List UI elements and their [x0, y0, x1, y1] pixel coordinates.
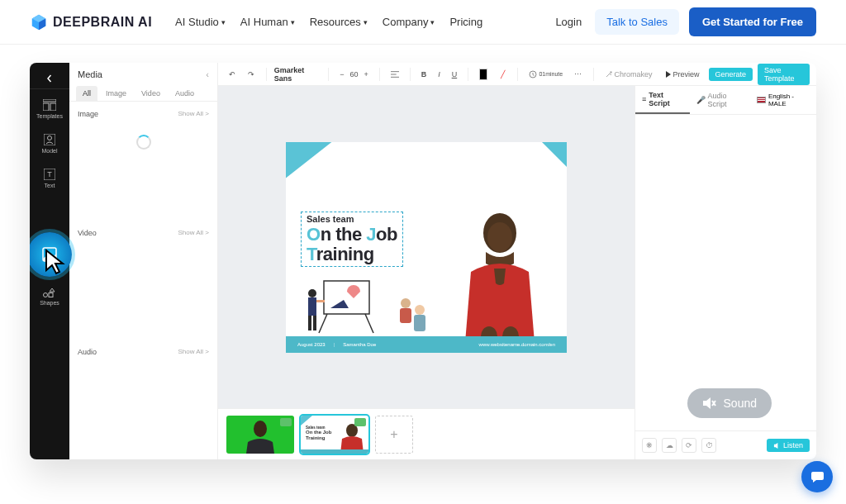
generate-button[interactable]: Generate: [709, 68, 753, 81]
svg-marker-41: [774, 442, 778, 448]
media-video-showall[interactable]: Show All >: [178, 229, 209, 237]
svg-rect-25: [313, 316, 316, 330]
rail-model[interactable]: Model: [33, 129, 66, 159]
font-color-button[interactable]: [476, 67, 491, 82]
chat-icon: [810, 469, 825, 484]
slide-canvas[interactable]: Sales team On the Job Training: [286, 142, 567, 353]
svg-point-31: [487, 222, 512, 252]
svg-rect-12: [49, 293, 53, 297]
timeline-thumb-2[interactable]: Sales team On the Job Training: [301, 416, 368, 454]
timeline-thumb-1[interactable]: [226, 416, 294, 454]
svg-rect-4: [43, 103, 49, 111]
font-size-value: 60: [350, 70, 359, 78]
audio-script-tab[interactable]: 🎤 Audio Script: [690, 86, 750, 114]
nav-ai-human[interactable]: AI Human▾: [240, 16, 295, 28]
ai-human-model[interactable]: [446, 204, 554, 353]
media-tab-audio[interactable]: Audio: [169, 86, 201, 101]
save-template-button[interactable]: Save Template: [758, 64, 810, 85]
nav-ai-studio[interactable]: AI Studio▾: [175, 16, 226, 28]
sound-toggle-button[interactable]: Sound: [687, 388, 772, 418]
media-image-showall[interactable]: Show All >: [178, 110, 209, 118]
site-nav: AI Studio▾ AI Human▾ Resources▾ Company▾…: [175, 16, 482, 28]
svg-rect-23: [316, 300, 325, 302]
chevron-down-icon: ▾: [291, 18, 295, 26]
rail-templates[interactable]: Templates: [33, 94, 66, 124]
svg-marker-35: [301, 416, 312, 426]
slide-title-textbox[interactable]: Sales team On the Job Training: [301, 212, 403, 267]
pause-button[interactable]: ⟳: [682, 438, 696, 453]
svg-point-34: [254, 421, 267, 437]
svg-rect-5: [50, 103, 56, 111]
font-size-minus[interactable]: −: [336, 69, 347, 80]
font-color-button-2[interactable]: ╱: [496, 67, 510, 82]
talk-to-sales-button[interactable]: Talk to Sales: [595, 9, 679, 35]
svg-line-18: [319, 314, 327, 333]
media-tab-all[interactable]: All: [76, 86, 97, 101]
voice-language-select[interactable]: English - MALE: [750, 86, 816, 114]
svg-point-21: [308, 289, 316, 297]
redo-button[interactable]: ↷: [244, 67, 258, 82]
svg-text:On the Job: On the Job: [306, 430, 332, 435]
listen-button[interactable]: Listen: [767, 439, 810, 452]
preview-button[interactable]: Preview: [661, 69, 704, 80]
login-link[interactable]: Login: [555, 16, 582, 28]
more-button[interactable]: ⋯: [571, 67, 585, 82]
media-panel-collapse-button[interactable]: ‹: [206, 69, 209, 79]
templates-icon: [43, 99, 56, 111]
media-audio-showall[interactable]: Show All >: [178, 348, 209, 356]
bold-button[interactable]: B: [418, 69, 430, 80]
align-button[interactable]: [387, 67, 402, 82]
whiteboard-illustration: [301, 277, 408, 335]
media-tab-image[interactable]: Image: [99, 86, 133, 101]
menu-icon: ≡: [642, 95, 646, 103]
underline-button[interactable]: U: [449, 69, 461, 80]
font-family-select[interactable]: Gmarket Sans: [274, 66, 321, 83]
media-section-audio-label: Audio: [78, 348, 97, 356]
nav-pricing[interactable]: Pricing: [449, 16, 482, 28]
text-script-tab[interactable]: ≡ Text Script: [635, 86, 690, 114]
media-tab-video[interactable]: Video: [135, 86, 167, 101]
svg-point-11: [44, 293, 48, 297]
chevron-down-icon: ▾: [364, 18, 368, 26]
slide-big-title: On the Job Training: [307, 225, 397, 264]
nav-company[interactable]: Company▾: [383, 16, 435, 28]
brand-logo[interactable]: DEEPBRAIN AI: [30, 13, 152, 31]
italic-button[interactable]: I: [435, 69, 444, 80]
slide-small-title: Sales team: [307, 214, 397, 224]
svg-marker-16: [666, 71, 671, 78]
us-flag-icon: [757, 97, 766, 103]
thumb-status-badge: [354, 418, 366, 426]
play-icon: [665, 71, 672, 78]
rail-back-button[interactable]: [30, 68, 69, 89]
svg-rect-29: [414, 315, 425, 331]
font-size-plus[interactable]: +: [361, 69, 372, 80]
support-chat-button[interactable]: [801, 461, 833, 492]
logo-hex-icon: [30, 13, 48, 31]
script-textarea[interactable]: [635, 115, 816, 430]
studio-app: Templates Model T Text Asset Shapes: [30, 63, 816, 459]
speaker-icon: [773, 442, 781, 449]
svg-line-19: [365, 314, 373, 333]
dictionary-button[interactable]: ☁: [662, 438, 677, 453]
chromakey-button[interactable]: Chromakey: [601, 69, 656, 80]
nav-resources[interactable]: Resources▾: [310, 16, 368, 28]
rail-shapes[interactable]: Shapes: [33, 283, 66, 311]
svg-point-7: [48, 136, 52, 140]
undo-button[interactable]: ↶: [225, 67, 239, 82]
media-panel: Media ‹ All Image Video Audio Image Show…: [69, 63, 218, 459]
chevron-left-icon: [45, 74, 54, 83]
speed-button[interactable]: ⏱: [701, 438, 716, 453]
gesture-button[interactable]: ❋: [642, 438, 657, 453]
loading-spinner-icon: [136, 135, 151, 150]
timeline-add-slide-button[interactable]: +: [375, 416, 413, 454]
shapes-icon: [43, 288, 56, 297]
speaker-mute-icon: [702, 397, 717, 410]
clock-icon: [529, 70, 537, 78]
svg-rect-22: [308, 297, 316, 316]
get-started-button[interactable]: Get Started for Free: [689, 7, 816, 36]
text-icon: T: [44, 169, 55, 180]
duration-button[interactable]: 01minute: [525, 69, 566, 80]
slide-footer-bar: August 2023 | Samantha Doe www.websitena…: [286, 336, 567, 353]
rail-text[interactable]: T Text: [33, 164, 66, 193]
canvas-area: Sales team On the Job Training: [218, 86, 634, 459]
